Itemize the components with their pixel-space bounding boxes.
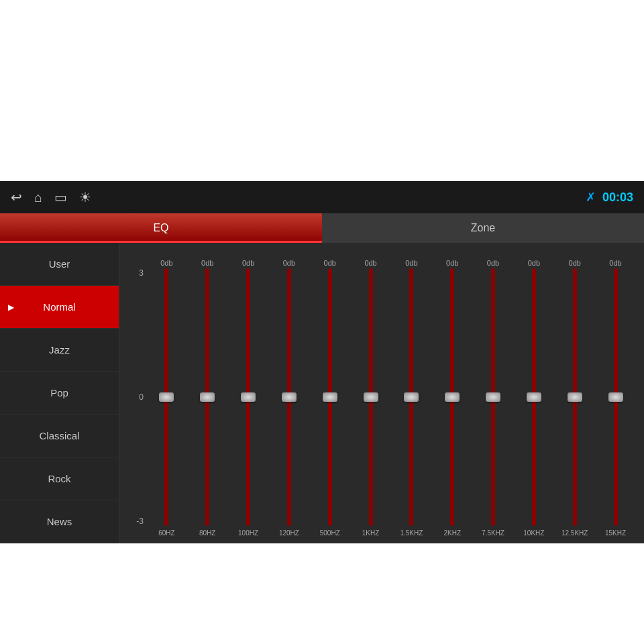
sidebar-label-news: News (47, 516, 72, 527)
slider-fill-bot-9 (532, 397, 536, 526)
slider-track-4[interactable] (328, 268, 332, 526)
slider-fill-top-2 (246, 268, 250, 397)
slider-track-10[interactable] (573, 268, 577, 526)
slider-thumb-5[interactable] (364, 392, 378, 402)
back-icon[interactable]: ↩ (11, 189, 22, 205)
db-label-6: 0db (405, 259, 417, 267)
slider-thumb-8[interactable] (486, 392, 500, 402)
freq-label-9: 10KHZ (513, 529, 554, 537)
db-label-col-5: 0db (350, 259, 391, 268)
slider-col-10 (554, 268, 595, 526)
slider-track-9[interactable] (532, 268, 536, 526)
freq-label-4: 500HZ (309, 529, 350, 537)
tab-zone[interactable]: Zone (322, 213, 644, 243)
tab-eq[interactable]: EQ (0, 213, 322, 243)
slider-fill-bot-8 (491, 397, 495, 526)
db-label-col-1: 0db (187, 259, 228, 268)
slider-col-4 (309, 268, 350, 526)
sidebar-item-jazz[interactable]: Jazz (0, 329, 119, 372)
freq-label-10: 12.5KHZ (554, 529, 595, 537)
scale-bot: -3 (136, 517, 144, 526)
slider-thumb-2[interactable] (241, 392, 256, 402)
slider-fill-top-6 (409, 268, 413, 397)
image-icon[interactable]: ☀ (79, 189, 91, 205)
slider-track-11[interactable] (614, 268, 618, 526)
slider-track-2[interactable] (246, 268, 250, 526)
sidebar-item-normal[interactable]: ▶ Normal (0, 286, 119, 329)
slider-track-7[interactable] (450, 268, 454, 526)
slider-fill-top-5 (369, 268, 373, 397)
slider-thumb-10[interactable] (568, 392, 582, 402)
db-label-1: 0db (201, 259, 213, 267)
tab-bar: EQ Zone (0, 213, 644, 243)
home-icon[interactable]: ⌂ (34, 190, 42, 205)
sidebar-item-rock[interactable]: Rock (0, 458, 119, 500)
slider-col-2 (228, 268, 269, 526)
db-label-11: 0db (609, 259, 621, 267)
sidebar-label-classical: Classical (39, 430, 79, 441)
slider-col-3 (268, 268, 309, 526)
db-label-2: 0db (242, 259, 254, 267)
slider-fill-top-11 (614, 268, 618, 397)
eq-sliders (146, 268, 636, 526)
sidebar-item-news[interactable]: News (0, 500, 119, 543)
freq-label-0: 60HZ (146, 529, 187, 537)
sidebar-item-pop[interactable]: Pop (0, 372, 119, 415)
sidebar-label-jazz: Jazz (49, 344, 70, 356)
db-label-col-0: 0db (146, 259, 187, 268)
slider-col-8 (473, 268, 514, 526)
slider-col-0 (146, 268, 187, 526)
slider-fill-top-1 (205, 268, 209, 397)
scale-top: 3 (139, 268, 144, 278)
slider-thumb-9[interactable] (527, 392, 541, 402)
status-area: ✗ 00:03 (586, 190, 633, 205)
db-label-col-2: 0db (228, 259, 269, 268)
slider-fill-bot-1 (205, 397, 209, 526)
db-label-8: 0db (487, 259, 499, 267)
db-label-9: 0db (528, 259, 540, 267)
sidebar: User ▶ Normal Jazz Pop Classical Rock Ne… (0, 243, 119, 543)
slider-thumb-1[interactable] (200, 392, 215, 402)
top-bar: ↩ ⌂ ▭ ☀ ✗ 00:03 (0, 181, 644, 213)
slider-thumb-4[interactable] (323, 392, 337, 402)
slider-fill-top-9 (532, 268, 536, 397)
slider-fill-bot-10 (573, 397, 577, 526)
eq-middle: 3 0 -3 (127, 268, 636, 526)
db-label-col-10: 0db (554, 259, 595, 268)
slider-thumb-3[interactable] (282, 392, 297, 402)
sidebar-item-user[interactable]: User (0, 243, 119, 286)
freq-label-1: 80HZ (187, 529, 228, 537)
slider-col-9 (513, 268, 554, 526)
scale-mid: 0 (139, 392, 144, 402)
db-label-col-11: 0db (595, 259, 636, 268)
eq-freq-labels: 60HZ80HZ100HZ120HZ500HZ1KHZ1.5KHZ2KHZ7.5… (127, 526, 636, 539)
db-label-7: 0db (446, 259, 458, 267)
sidebar-label-pop: Pop (50, 387, 68, 398)
slider-thumb-7[interactable] (445, 392, 460, 402)
slider-track-3[interactable] (287, 268, 291, 526)
sidebar-label-normal: Normal (43, 301, 75, 313)
slider-fill-bot-6 (409, 397, 413, 526)
slider-track-1[interactable] (205, 268, 209, 526)
slider-fill-bot-2 (246, 397, 250, 526)
slider-fill-bot-5 (369, 397, 373, 526)
slider-track-8[interactable] (491, 268, 495, 526)
db-label-col-4: 0db (309, 259, 350, 268)
freq-label-3: 120HZ (268, 529, 309, 537)
tab-zone-label: Zone (471, 222, 495, 234)
sidebar-item-classical[interactable]: Classical (0, 415, 119, 458)
window-icon[interactable]: ▭ (54, 189, 67, 205)
db-label-10: 0db (569, 259, 581, 267)
slider-track-6[interactable] (409, 268, 413, 526)
slider-thumb-0[interactable] (159, 392, 174, 402)
slider-track-5[interactable] (369, 268, 373, 526)
slider-thumb-6[interactable] (404, 392, 419, 402)
freq-label-8: 7.5KHZ (473, 529, 514, 537)
main-content: User ▶ Normal Jazz Pop Classical Rock Ne… (0, 243, 644, 543)
slider-track-0[interactable] (164, 268, 168, 526)
db-label-3: 0db (283, 259, 295, 267)
slider-thumb-11[interactable] (608, 392, 623, 402)
freq-label-2: 100HZ (228, 529, 269, 537)
tab-eq-label: EQ (153, 222, 168, 234)
slider-fill-top-0 (164, 268, 168, 397)
